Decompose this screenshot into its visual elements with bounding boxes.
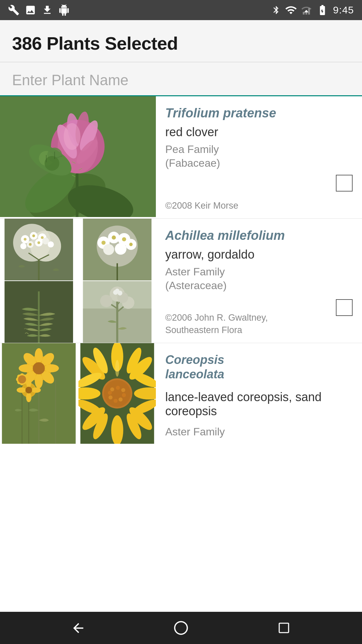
svg-point-20 <box>45 156 59 171</box>
svg-point-51 <box>103 244 114 255</box>
home-button[interactable] <box>168 614 194 641</box>
plant-image-1 <box>0 96 156 218</box>
svg-point-121 <box>121 388 125 392</box>
svg-point-126 <box>108 391 112 395</box>
list-item: Coreopsislanceolata lance-leaved coreops… <box>0 343 362 461</box>
svg-point-81 <box>35 374 43 388</box>
svg-point-97 <box>17 387 26 393</box>
plant-family-1: Pea Family(Fabaceae) <box>165 143 353 170</box>
plant-family-3: Aster Family <box>165 425 353 439</box>
svg-point-128 <box>175 622 187 634</box>
download-icon <box>42 4 53 16</box>
image-icon <box>25 4 36 16</box>
svg-rect-129 <box>279 623 289 633</box>
svg-point-118 <box>104 380 130 407</box>
plant-image-3 <box>0 343 156 461</box>
plant-common-2: yarrow, gordaldo <box>165 248 353 262</box>
svg-point-35 <box>20 243 26 249</box>
svg-point-122 <box>122 393 126 397</box>
plant-checkbox-2[interactable] <box>336 299 353 316</box>
signal-icon <box>301 4 312 16</box>
page-title: 386 Plants Selected <box>12 33 350 54</box>
bluetooth-icon <box>272 4 281 16</box>
svg-point-119 <box>110 387 114 391</box>
plant-credit-2: ©2006 John R. Gwaltney,Southeastern Flor… <box>165 312 268 336</box>
header: 386 Plants Selected <box>0 20 362 62</box>
svg-rect-2 <box>303 12 304 14</box>
plant-scientific-2: Achillea millefolium <box>165 228 353 244</box>
svg-point-52 <box>115 243 126 255</box>
svg-point-124 <box>113 399 117 403</box>
wrench-icon <box>8 4 19 16</box>
svg-point-123 <box>118 397 122 401</box>
svg-point-53 <box>101 240 105 245</box>
svg-point-41 <box>38 241 40 244</box>
bottom-navigation <box>0 612 362 644</box>
plant-info-3: Coreopsislanceolata lance-leaved coreops… <box>156 343 362 461</box>
list-item: Achillea millefolium yarrow, gordaldo As… <box>0 219 362 343</box>
plant-image-2 <box>0 219 156 343</box>
plant-list: Trifolium pratense red clover Pea Family… <box>0 96 362 612</box>
svg-point-80 <box>35 348 43 363</box>
svg-point-95 <box>26 378 32 387</box>
svg-point-39 <box>41 236 44 239</box>
svg-rect-1 <box>305 10 307 14</box>
svg-point-37 <box>24 238 26 240</box>
recent-apps-button[interactable] <box>270 614 297 641</box>
svg-point-96 <box>26 393 32 402</box>
svg-rect-73 <box>83 281 151 343</box>
svg-point-127 <box>115 360 119 377</box>
svg-rect-0 <box>308 8 310 15</box>
battery-icon <box>316 4 329 16</box>
svg-point-125 <box>108 395 112 399</box>
plant-info-1: Trifolium pratense red clover Pea Family… <box>156 96 362 218</box>
android-icon <box>58 4 70 16</box>
plant-common-1: red clover <box>165 125 353 139</box>
list-item: Trifolium pratense red clover Pea Family… <box>0 96 362 219</box>
svg-point-54 <box>112 235 116 239</box>
svg-point-83 <box>44 364 59 372</box>
svg-point-55 <box>122 237 126 241</box>
svg-point-82 <box>19 364 34 372</box>
search-input[interactable] <box>12 62 350 95</box>
svg-point-93 <box>18 375 26 383</box>
search-container[interactable] <box>0 62 362 96</box>
svg-point-99 <box>25 387 32 393</box>
plant-credit-1: ©2008 Keir Morse <box>165 200 238 212</box>
svg-point-38 <box>32 234 35 237</box>
status-icons-left <box>8 4 70 16</box>
status-icons-right: 9:45 <box>272 4 354 16</box>
svg-point-98 <box>32 387 41 393</box>
plant-info-2: Achillea millefolium yarrow, gordaldo As… <box>156 219 362 343</box>
plant-scientific-1: Trifolium pratense <box>165 106 353 121</box>
plant-scientific-3: Coreopsislanceolata <box>165 353 353 381</box>
wifi-icon <box>285 4 297 16</box>
svg-point-120 <box>116 386 120 390</box>
svg-point-36 <box>48 241 54 247</box>
status-bar: 9:45 <box>0 0 362 20</box>
svg-point-56 <box>129 243 132 246</box>
plant-family-2: Aster Family(Asteraceae) <box>165 265 353 293</box>
svg-point-15 <box>64 123 80 150</box>
plant-common-3: lance-leaved coreopsis, sand coreopsis <box>165 390 353 418</box>
svg-point-40 <box>29 243 32 246</box>
svg-point-88 <box>33 362 45 374</box>
time-display: 9:45 <box>333 4 354 16</box>
plant-checkbox-1[interactable] <box>336 175 353 192</box>
back-button[interactable] <box>65 614 92 641</box>
